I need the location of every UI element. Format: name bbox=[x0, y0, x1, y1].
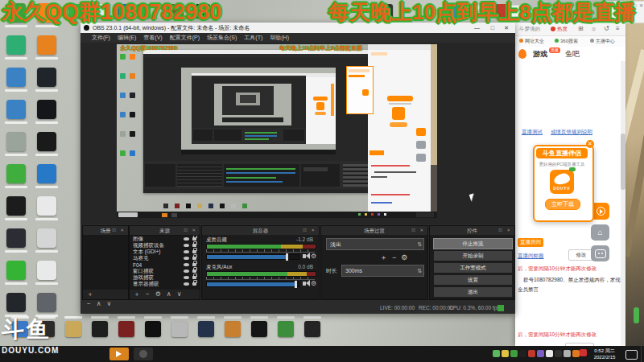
lock-icon[interactable] bbox=[192, 269, 196, 273]
tab-game[interactable]: 游戏 bbox=[533, 47, 547, 61]
control-button-1[interactable]: 停止推流 bbox=[433, 238, 513, 249]
visibility-icon[interactable] bbox=[184, 257, 189, 260]
scenes-toolbar-icon[interactable]: ＋ bbox=[87, 290, 93, 298]
volume-handle[interactable] bbox=[286, 253, 288, 261]
menu-icon[interactable]: ≡ bbox=[616, 23, 620, 35]
desktop-icon[interactable] bbox=[136, 4, 151, 19]
mini-window-controls[interactable]: – □ ✕ bbox=[511, 6, 526, 16]
desktop-icon[interactable] bbox=[65, 321, 81, 337]
volume-handle[interactable] bbox=[295, 281, 297, 288]
close-icon[interactable]: ✕ bbox=[504, 23, 509, 33]
show-desktop-strip[interactable] bbox=[641, 346, 642, 362]
bookmark-item[interactable]: 360搜索 bbox=[555, 36, 578, 47]
sources-toolbar-icon[interactable]: ⚙ bbox=[155, 290, 161, 298]
sources-toolbar-icon[interactable]: ∧ bbox=[167, 290, 171, 298]
desktop-icon[interactable] bbox=[6, 68, 26, 87]
desktop-icon[interactable] bbox=[6, 100, 26, 119]
lock-icon[interactable] bbox=[192, 257, 196, 260]
visibility-icon[interactable] bbox=[184, 237, 189, 241]
transitions-toolbar-icon[interactable]: ⚙ bbox=[401, 253, 412, 261]
desktop-icon[interactable] bbox=[39, 321, 55, 337]
speaker-icon[interactable] bbox=[303, 254, 306, 258]
visibility-icon[interactable] bbox=[184, 276, 189, 279]
desktop-icon[interactable] bbox=[378, 4, 393, 19]
sources-toolbar-icon[interactable]: ∨ bbox=[177, 290, 182, 298]
gear-icon[interactable]: ⚙ bbox=[311, 281, 316, 287]
maximize-icon[interactable]: □ bbox=[491, 23, 494, 33]
desktop-icon[interactable] bbox=[68, 4, 83, 19]
scrollbar-thumb[interactable] bbox=[621, 134, 625, 190]
panel-header-icons[interactable]: ⊡ ✕ bbox=[498, 226, 512, 235]
volume-slider[interactable] bbox=[206, 254, 299, 260]
desktop-icon[interactable] bbox=[198, 321, 214, 337]
desktop-icon[interactable] bbox=[91, 4, 105, 19]
browser-profile-label[interactable]: 斗梦境的 bbox=[519, 23, 540, 35]
desktop-icon[interactable] bbox=[196, 4, 210, 19]
visibility-icon[interactable] bbox=[184, 250, 189, 253]
desktop-icon[interactable] bbox=[6, 261, 26, 280]
desktop-icon[interactable] bbox=[169, 4, 184, 19]
transitions-toolbar-icon[interactable]: ＋ bbox=[380, 253, 392, 261]
popup-close-icon[interactable]: ✕ bbox=[586, 140, 594, 148]
menu-item[interactable]: 工具(T) bbox=[244, 35, 262, 40]
desktop-icon[interactable] bbox=[251, 321, 267, 337]
float-feedback-button[interactable] bbox=[591, 245, 609, 261]
desktop-icon[interactable] bbox=[6, 3, 26, 23]
download-button[interactable]: 立即下载 bbox=[545, 199, 580, 210]
tray-icon[interactable] bbox=[572, 350, 580, 357]
lock-icon[interactable] bbox=[192, 244, 196, 247]
lock-icon[interactable] bbox=[192, 276, 196, 279]
obs-preview-area[interactable]: 永久QQ群1080782980 每天晚上10点到早上8点都是直播 bbox=[80, 43, 515, 224]
desktop-icon[interactable] bbox=[6, 132, 26, 151]
desktop-icon[interactable] bbox=[37, 68, 56, 87]
source-row[interactable]: 马赛克 bbox=[130, 255, 199, 261]
obs-titlebar[interactable]: OBS 23.0.1 (64-bit, windows) - 配置文件: 未命名… bbox=[80, 23, 515, 33]
desktop-icon[interactable] bbox=[225, 321, 241, 337]
taskbar-clock[interactable]: 0:52 周二 2022/2/15 bbox=[588, 348, 621, 360]
action-center-icon[interactable] bbox=[625, 350, 638, 360]
tray-icon[interactable] bbox=[510, 350, 518, 357]
corner-window-controls[interactable]: – □ ✕ bbox=[628, 2, 643, 8]
desktop-icon[interactable] bbox=[278, 321, 294, 337]
desktop-icon[interactable] bbox=[171, 321, 188, 337]
desktop-icon[interactable] bbox=[6, 35, 26, 55]
desktop-icon[interactable] bbox=[452, 4, 467, 19]
theme-icon[interactable]: ☼ bbox=[591, 23, 597, 35]
panel-header-icons[interactable]: ⊡ ✕ bbox=[411, 226, 425, 235]
menu-item[interactable]: 文件(F) bbox=[92, 35, 110, 40]
desktop-icon[interactable] bbox=[37, 261, 56, 280]
transition-select[interactable]: 淡出 ⇅ bbox=[326, 238, 424, 250]
visibility-icon[interactable] bbox=[184, 263, 189, 266]
speaker-icon[interactable] bbox=[303, 282, 306, 286]
tray-icon[interactable] bbox=[519, 350, 526, 357]
tray-icon[interactable] bbox=[502, 350, 509, 357]
panel-header-icons[interactable]: ⊡ ✕ bbox=[303, 226, 316, 235]
control-button-2[interactable]: 开始录制 bbox=[433, 250, 513, 261]
gear-icon[interactable]: ⚙ bbox=[311, 253, 316, 260]
desktop-icon[interactable] bbox=[114, 4, 128, 19]
tab-yuba[interactable]: 鱼吧 bbox=[565, 47, 580, 61]
menu-item[interactable]: 帮助(H) bbox=[270, 35, 289, 40]
scrollbar[interactable] bbox=[621, 61, 625, 346]
desktop-icon[interactable] bbox=[37, 196, 56, 216]
sources-toolbar-icon[interactable]: − bbox=[146, 290, 150, 298]
control-button-4[interactable]: 设置 bbox=[433, 274, 513, 286]
desktop-icon[interactable] bbox=[304, 321, 320, 337]
duration-spinbox[interactable]: 300ms ⇅ bbox=[341, 265, 424, 277]
desktop-icon[interactable] bbox=[6, 228, 26, 248]
visibility-icon[interactable] bbox=[184, 244, 189, 247]
tray-icon[interactable] bbox=[546, 350, 553, 357]
spin-arrows-icon[interactable]: ⇅ bbox=[417, 265, 422, 276]
undo-icon[interactable]: ↺ bbox=[604, 23, 609, 35]
desktop-icon[interactable] bbox=[6, 196, 26, 216]
menu-item[interactable]: 查看(V) bbox=[143, 35, 162, 40]
volume-slider[interactable] bbox=[206, 282, 299, 287]
sources-toolbar-icon[interactable]: ＋ bbox=[134, 290, 140, 298]
lock-icon[interactable] bbox=[192, 237, 196, 241]
lock-icon[interactable] bbox=[192, 250, 196, 253]
menu-item[interactable]: 配置文件(P) bbox=[170, 35, 200, 40]
room-link[interactable]: 直播间标题 bbox=[518, 253, 544, 260]
desktop-icon[interactable] bbox=[37, 3, 56, 23]
desktop-icon[interactable] bbox=[92, 321, 108, 337]
lock-icon[interactable] bbox=[192, 282, 196, 286]
